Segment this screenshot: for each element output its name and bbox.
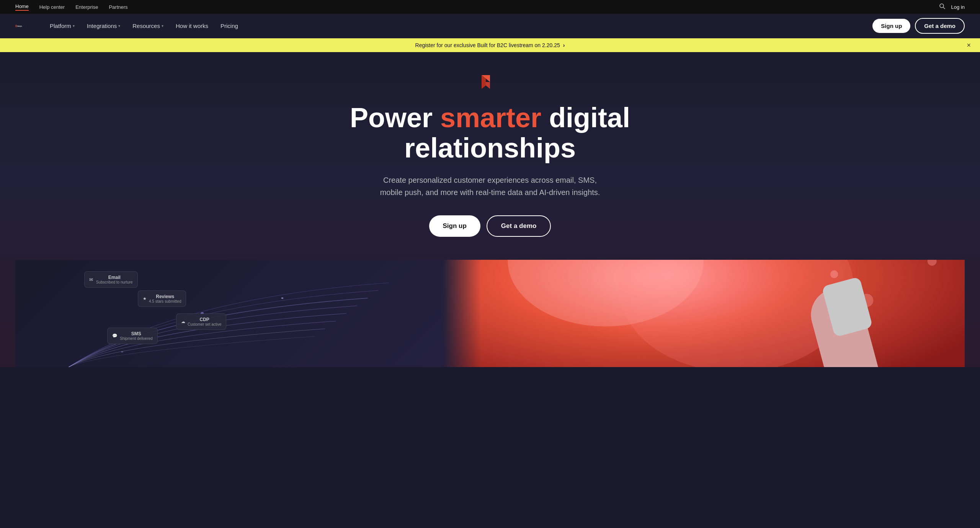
svg-point-11	[281, 297, 284, 299]
email-card-sub: Subscribed to nurture	[96, 280, 133, 284]
platform-chevron-icon: ▾	[73, 24, 75, 28]
banner-arrow-icon: ›	[563, 42, 565, 48]
svg-point-6	[26, 25, 26, 25]
top-nav-enterprise[interactable]: Enterprise	[75, 4, 98, 10]
logo-link[interactable]: klaviyo	[15, 20, 27, 32]
banner-close-button[interactable]: ×	[967, 41, 971, 49]
hero-title-accent: smarter	[440, 102, 541, 133]
hero-image-background	[443, 260, 965, 367]
cdp-card-label: CDP	[188, 317, 221, 322]
dashboard-chart-svg	[15, 260, 443, 367]
powder-explosion-svg	[443, 260, 965, 367]
nav-integrations[interactable]: Integrations ▾	[82, 20, 125, 32]
svg-point-19	[830, 271, 838, 278]
banner-content: Register for our exclusive Built for B2C…	[415, 42, 565, 48]
nav-resources[interactable]: Resources ▾	[128, 20, 168, 32]
hero-product-image	[443, 260, 965, 367]
dashboard-email-card: ✉ Email Subscribed to nurture	[84, 271, 138, 288]
hero-dashboard-mockup: ✉ Email Subscribed to nurture ★ Reviews …	[15, 260, 443, 367]
nav-platform[interactable]: Platform ▾	[45, 20, 79, 32]
reviews-card-sub: 4.5 stars submitted	[149, 299, 181, 303]
banner-message: Register for our exclusive Built for B2C…	[415, 42, 560, 48]
cdp-cloud-icon: ☁	[181, 319, 185, 324]
top-nav-partners[interactable]: Partners	[109, 4, 127, 10]
reviews-card-label: Reviews	[149, 294, 181, 299]
hero-visual: ✉ Email Subscribed to nurture ★ Reviews …	[15, 260, 965, 367]
resources-chevron-icon: ▾	[162, 24, 163, 28]
sms-card-label: SMS	[120, 331, 153, 336]
dashboard-cdp-card: ☁ CDP Customer set active	[176, 313, 226, 330]
hero-cta-buttons: Sign up Get a demo	[429, 215, 551, 237]
dashboard-reviews-card: ★ Reviews 4.5 stars submitted	[138, 290, 186, 307]
top-navigation: Home Help center Enterprise Partners Log…	[0, 0, 980, 14]
hero-logo-icon	[482, 75, 498, 90]
login-button[interactable]: Log in	[951, 4, 965, 10]
hero-signup-button[interactable]: Sign up	[429, 215, 480, 237]
cdp-card-sub: Customer set active	[188, 322, 221, 326]
announcement-banner: Register for our exclusive Built for B2C…	[0, 38, 980, 52]
svg-text:klaviyo: klaviyo	[17, 25, 23, 27]
hero-title-start: Power	[350, 102, 440, 133]
search-icon-button[interactable]	[939, 3, 945, 11]
hero-subtitle: Create personalized customer experiences…	[371, 174, 609, 198]
klaviyo-logo-icon: klaviyo	[15, 20, 27, 32]
reviews-star-icon: ★	[143, 296, 147, 301]
nav-links: Platform ▾ Integrations ▾ Resources ▾ Ho…	[45, 20, 872, 32]
hero-section: Power smarter digital relationships Crea…	[0, 52, 980, 367]
sms-card-sub: Shipment delivered	[120, 336, 153, 341]
hero-title: Power smarter digital relationships	[318, 103, 662, 163]
svg-point-12	[121, 351, 123, 353]
svg-line-1	[943, 7, 945, 9]
nav-cta-area: Sign up Get a demo	[872, 18, 965, 34]
top-nav-home[interactable]: Home	[15, 3, 29, 11]
nav-demo-button[interactable]: Get a demo	[915, 18, 965, 34]
top-nav-right: Log in	[939, 3, 965, 11]
nav-pricing[interactable]: Pricing	[216, 20, 243, 32]
nav-how-it-works[interactable]: How it works	[171, 20, 213, 32]
sms-bubble-icon: 💬	[112, 333, 118, 338]
top-nav-help[interactable]: Help center	[39, 4, 65, 10]
hero-demo-button[interactable]: Get a demo	[487, 215, 551, 237]
integrations-chevron-icon: ▾	[118, 24, 120, 28]
email-card-label: Email	[96, 275, 133, 280]
nav-signup-button[interactable]: Sign up	[872, 19, 910, 33]
email-icon: ✉	[89, 277, 93, 282]
dashboard-sms-card: 💬 SMS Shipment delivered	[107, 328, 158, 344]
main-navigation: klaviyo Platform ▾ Integrations ▾ Resour…	[0, 14, 980, 38]
